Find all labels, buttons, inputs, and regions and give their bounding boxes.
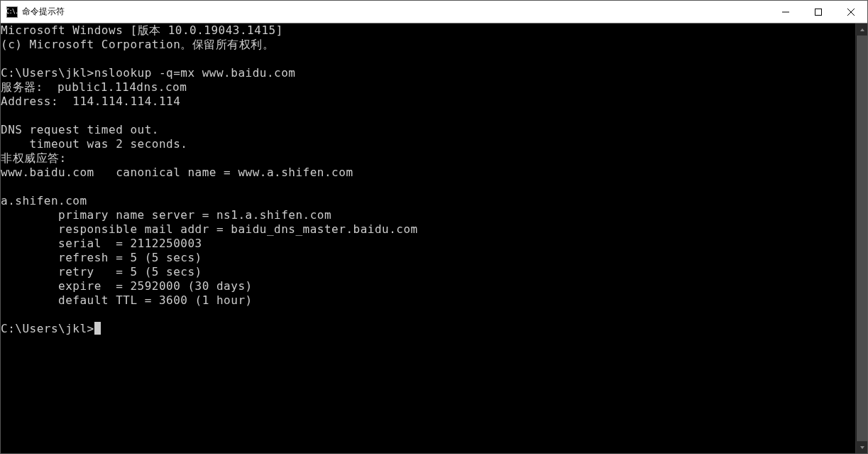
terminal-container: Microsoft Windows [版本 10.0.19043.1415] (…	[1, 23, 867, 453]
svg-marker-5	[860, 446, 864, 449]
close-button[interactable]	[835, 1, 867, 23]
minimize-button[interactable]	[769, 1, 802, 23]
maximize-button[interactable]	[802, 1, 835, 23]
scroll-down-button[interactable]	[856, 441, 868, 453]
terminal-output[interactable]: Microsoft Windows [版本 10.0.19043.1415] (…	[1, 23, 855, 453]
scrollbar-thumb[interactable]	[857, 36, 867, 441]
terminal-cursor	[94, 322, 101, 335]
svg-rect-1	[815, 9, 822, 15]
cmd-icon: C:\.	[6, 6, 18, 18]
window-titlebar[interactable]: C:\. 命令提示符	[1, 1, 867, 23]
window-controls	[769, 1, 867, 23]
scroll-up-button[interactable]	[856, 23, 868, 36]
svg-marker-4	[860, 28, 864, 31]
vertical-scrollbar[interactable]	[855, 23, 867, 453]
window-title: 命令提示符	[22, 6, 769, 18]
